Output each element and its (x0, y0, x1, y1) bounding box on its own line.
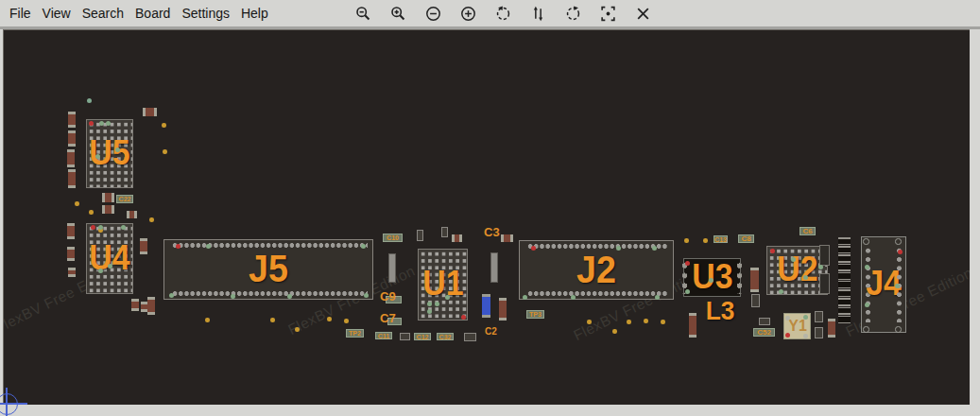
component-C13[interactable]: C13 (714, 235, 728, 243)
resistor[interactable] (689, 313, 696, 338)
component-C9[interactable]: C9 (380, 289, 396, 303)
pad (779, 289, 783, 294)
component-ref[interactable]: U3 (692, 257, 732, 297)
pad (803, 334, 808, 338)
pad (791, 257, 796, 262)
board-canvas[interactable]: FlexBV Free Edition FlexBV Free Edition … (3, 29, 970, 405)
resistor[interactable] (140, 238, 147, 254)
flip-vertical-icon[interactable] (530, 6, 546, 22)
resistor[interactable] (750, 268, 759, 292)
connector[interactable] (819, 245, 830, 266)
resistor[interactable] (68, 268, 76, 277)
component-C3[interactable]: C3 (484, 225, 500, 239)
pad (865, 265, 869, 269)
diode[interactable] (482, 294, 490, 318)
component-ref[interactable]: J2 (576, 248, 616, 290)
component-C12[interactable]: C12 (414, 333, 431, 340)
close-icon[interactable] (635, 6, 651, 22)
test-point (344, 319, 349, 323)
component-ref-L3[interactable]: L3 (706, 296, 735, 326)
capacitor[interactable] (751, 294, 760, 307)
add-circle-icon[interactable] (460, 6, 476, 22)
menu-help[interactable]: Help (235, 6, 274, 21)
resistor[interactable] (143, 108, 157, 116)
resistor[interactable] (501, 234, 513, 242)
component-U1[interactable]: U1 (418, 249, 468, 321)
resistor[interactable] (68, 169, 76, 188)
resistor[interactable] (67, 223, 75, 239)
pad (895, 284, 900, 288)
test-point (89, 210, 94, 215)
resistor[interactable] (68, 112, 76, 128)
crosshair-vline (6, 388, 8, 416)
pin1-pad (531, 246, 536, 251)
component-C10[interactable]: C10 (383, 234, 403, 242)
resistor[interactable] (102, 205, 114, 214)
pad (287, 294, 292, 299)
menu-board[interactable]: Board (129, 6, 176, 21)
menu-view[interactable]: View (37, 6, 77, 21)
capacitor[interactable] (441, 227, 448, 237)
component-C8[interactable]: C8 (738, 234, 754, 243)
menu-settings[interactable]: Settings (176, 6, 235, 21)
pad (364, 293, 369, 298)
pad (95, 154, 100, 159)
rotate-ccw-icon[interactable] (495, 6, 511, 22)
component-C7[interactable]: C7 (380, 311, 396, 325)
test-point-TP3[interactable]: TP3 (526, 310, 544, 319)
pin1-pad (91, 225, 95, 230)
pad (361, 244, 366, 249)
capacitor[interactable] (400, 333, 410, 340)
connector[interactable] (819, 273, 830, 294)
resistor[interactable] (141, 302, 147, 312)
test-point-TP2[interactable]: TP2 (346, 329, 364, 338)
component-U4[interactable]: U4 (86, 223, 133, 294)
capacitor[interactable] (490, 252, 498, 283)
resistor-array[interactable] (838, 237, 851, 324)
test-point (627, 320, 631, 324)
component-C32[interactable]: C32 (437, 333, 454, 340)
component-U5[interactable]: U5 (86, 119, 133, 188)
resistor[interactable] (452, 234, 462, 242)
resistor[interactable] (68, 130, 76, 147)
component-C52[interactable]: C52 (753, 328, 775, 337)
resistor[interactable] (828, 319, 835, 338)
capacitor[interactable] (417, 230, 423, 241)
capacitor[interactable] (464, 333, 476, 341)
capacitor[interactable] (815, 327, 823, 338)
component-ref[interactable]: U4 (89, 238, 129, 278)
component-ref[interactable]: U5 (89, 133, 129, 173)
menu-search[interactable]: Search (77, 6, 129, 21)
flexbv-window: File View Search Board Settings Help (0, 0, 980, 416)
component-C6[interactable]: C6 (799, 227, 816, 235)
component-J2[interactable]: J2 (519, 240, 674, 300)
rotate-cw-icon[interactable] (565, 6, 581, 22)
component-J5[interactable]: J5 (163, 239, 373, 300)
component-ref[interactable]: U1 (422, 264, 463, 303)
pad (865, 303, 869, 307)
component-C22[interactable]: C22 (116, 195, 133, 203)
resistor[interactable] (102, 193, 114, 202)
resistor[interactable] (67, 149, 75, 167)
remove-circle-icon[interactable] (425, 6, 441, 22)
resistor[interactable] (147, 297, 155, 315)
test-point (295, 327, 300, 332)
menu-file[interactable]: File (4, 6, 37, 21)
resistor[interactable] (131, 299, 139, 311)
resistor[interactable] (127, 211, 137, 218)
component-ref[interactable]: J5 (249, 248, 288, 290)
component-ref[interactable]: U2 (777, 250, 817, 289)
resistor[interactable] (499, 298, 507, 321)
zoom-in-icon[interactable] (390, 6, 406, 22)
component-C2[interactable]: C2 (485, 326, 497, 337)
capacitor[interactable] (815, 311, 823, 322)
pad (98, 225, 103, 230)
center-focus-icon[interactable] (600, 6, 616, 22)
pad (652, 246, 657, 251)
capacitor[interactable] (759, 318, 770, 325)
component-C11[interactable]: C11 (375, 332, 392, 339)
capacitor[interactable] (388, 253, 396, 283)
resistor[interactable] (67, 247, 75, 261)
zoom-out-icon[interactable] (355, 6, 371, 22)
pad (616, 246, 621, 251)
